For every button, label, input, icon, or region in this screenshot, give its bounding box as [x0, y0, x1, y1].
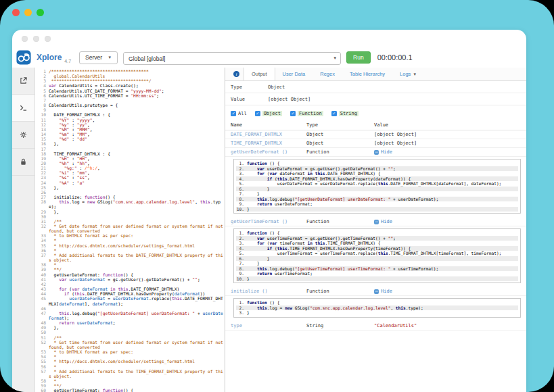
editor-line[interactable]: 58 *: [35, 378, 225, 383]
editor-line[interactable]: 1/**************************************: [35, 69, 225, 74]
checkbox-checked-icon[interactable]: ✓: [231, 111, 236, 116]
window-dot-icon[interactable]: [45, 36, 51, 42]
editor-line[interactable]: 7: [35, 98, 225, 103]
editor-line[interactable]: 29 },: [35, 210, 225, 214]
window-dot-icon[interactable]: [33, 36, 39, 42]
property-name-link[interactable]: DATE_FORMAT_DHTMLX: [231, 132, 306, 137]
editor-line[interactable]: 3 **************************************…: [35, 78, 225, 83]
hide-link[interactable]: –Hide: [374, 219, 392, 224]
editor-line[interactable]: 14 "%m" : "MM",: [35, 132, 225, 137]
editor-line[interactable]: 20 "%h" : "hh",: [35, 161, 225, 166]
editor-line[interactable]: 60 getUserTimeFormat: function() {: [35, 388, 225, 392]
editor-line[interactable]: 53 * to DHTMLX format as per spec:: [35, 349, 225, 354]
line-number: 24: [35, 180, 49, 185]
property-name-link[interactable]: getUserDateFormat (): [231, 149, 306, 155]
editor-line[interactable]: 42: [35, 282, 225, 287]
editor-line[interactable]: 9: [35, 107, 225, 112]
editor-line[interactable]: 36 *: [35, 248, 225, 253]
editor-line[interactable]: 21 "%g:" : /^h:/,: [35, 166, 225, 170]
editor-line[interactable]: 5CalendarUtils.UTC_DATE_FORMAT = "yyyy-M…: [35, 89, 225, 93]
editor-line[interactable]: 12 "%y" : "yy",: [35, 122, 225, 127]
filter-object[interactable]: ✓Object: [255, 111, 282, 116]
tab-regex[interactable]: Regex: [313, 68, 342, 80]
editor-line[interactable]: 13 "%M" : "MMM",: [35, 127, 225, 132]
editor-line[interactable]: 43 for (var dateFormat in this.DATE_FORM…: [35, 287, 225, 291]
filter-all[interactable]: ✓All: [231, 111, 247, 116]
editor-line[interactable]: 24 "%A" : "a": [35, 180, 225, 185]
editor-line[interactable]: 46: [35, 306, 225, 311]
tab-table-hierarchy[interactable]: Table Hierarchy: [342, 68, 392, 80]
editor-line[interactable]: 40 getUserDateFormat: function() {: [35, 272, 225, 277]
editor-line[interactable]: 27 initialize: function() {: [35, 195, 225, 199]
property-name-link[interactable]: getUserTimeFormat (): [231, 219, 306, 224]
editor-line[interactable]: 56 *: [35, 364, 225, 369]
editor-line[interactable]: 15 "%d" : "dd": [35, 137, 225, 141]
code-editor[interactable]: 1/**************************************…: [35, 68, 225, 392]
filter-string[interactable]: ✓String: [331, 111, 359, 116]
maximize-window-button[interactable]: [37, 9, 44, 16]
close-window-button[interactable]: [12, 9, 20, 16]
editor-line[interactable]: 41 var userDateFormat = gs.getUser().get…: [35, 277, 225, 282]
editor-line[interactable]: 26: [35, 190, 225, 195]
line-number: 1: [35, 69, 49, 74]
editor-line[interactable]: 10 DATE_FORMAT_DHTMLX : {: [35, 112, 225, 117]
hide-link[interactable]: –Hide: [374, 289, 392, 294]
editor-line[interactable]: 19 "%H" : "HH",: [35, 156, 225, 161]
minimize-window-button[interactable]: [24, 9, 32, 16]
editor-line[interactable]: 18 TIME_FORMAT_DHTMLX : {: [35, 151, 225, 156]
checkbox-checked-icon[interactable]: ✓: [255, 111, 260, 116]
property-name-link[interactable]: type: [231, 323, 306, 328]
property-name-link[interactable]: TIME_FORMAT_DHTMLX: [231, 141, 306, 146]
editor-line[interactable]: 51 /**: [35, 335, 225, 340]
editor-line[interactable]: 2 global.CalendarUtils: [35, 74, 225, 78]
editor-line[interactable]: 4var CalendarUtils = Class.create();: [35, 83, 225, 88]
editor-line[interactable]: 47 this.log.debug("[getUserDateFormat] u…: [35, 311, 225, 320]
table-row: typeString"CalendarUtils": [225, 322, 526, 330]
editor-line[interactable]: 44 if (this.DATE_FORMAT_DHTMLX.hasOwnPro…: [35, 291, 225, 296]
editor-line[interactable]: 6CalendarUtils.UTC_TIME_FORMAT = "HH:mm:…: [35, 93, 225, 98]
editor-line[interactable]: 49 },: [35, 325, 225, 330]
editor-line[interactable]: 34 *: [35, 238, 225, 243]
editor-line[interactable]: 32 * Get date format from user defined f…: [35, 224, 225, 233]
editor-line[interactable]: 28 this.log = new GSLog("com.snc.app.cal…: [35, 199, 225, 209]
editor-line[interactable]: 52 * Get time format from user defined f…: [35, 340, 225, 349]
editor-line[interactable]: 45 userDateFormat = userDateFormat.repla…: [35, 296, 225, 305]
editor-line[interactable]: 25 },: [35, 185, 225, 190]
info-icon[interactable]: i: [233, 71, 239, 77]
sidebar-item-open-in-new[interactable]: [12, 68, 34, 95]
sidebar-item-lock[interactable]: [12, 149, 34, 176]
editor-line[interactable]: 38 *: [35, 262, 225, 267]
editor-line[interactable]: 30: [35, 214, 225, 219]
checkbox-checked-icon[interactable]: ✓: [290, 111, 296, 116]
property-name-link[interactable]: initialize (): [231, 289, 306, 294]
run-button[interactable]: Run: [346, 51, 371, 64]
editor-line[interactable]: 17: [35, 147, 225, 151]
filter-function[interactable]: ✓Function: [290, 111, 323, 116]
tab-user-data[interactable]: User Data: [275, 68, 313, 80]
editor-line[interactable]: 48 return userDateFormat;: [35, 320, 225, 325]
editor-line[interactable]: 11 "%Y" : "yyyy",: [35, 118, 225, 122]
editor-line[interactable]: 50: [35, 330, 225, 335]
editor-line[interactable]: 33 * to DHTMLX format as per spec:: [35, 233, 225, 238]
tab-output[interactable]: Output: [244, 68, 275, 80]
scope-query-input[interactable]: [123, 52, 341, 65]
editor-line[interactable]: 16 },: [35, 141, 225, 146]
window-dot-icon[interactable]: [22, 36, 28, 42]
editor-line[interactable]: 8CalendarUtils.prototype = {: [35, 103, 225, 107]
editor-line[interactable]: 39 **/: [35, 267, 225, 272]
editor-line[interactable]: 37 * Add additional formats to the DATE_…: [35, 253, 225, 262]
editor-line[interactable]: 22 "%i" : "mm",: [35, 170, 225, 175]
hide-link[interactable]: –Hide: [374, 149, 392, 155]
server-scope-select[interactable]: Server ▼: [79, 51, 118, 64]
tab-logs[interactable]: Logs▼: [392, 68, 424, 80]
editor-line[interactable]: 59 **/: [35, 383, 225, 388]
sidebar-item-terminal[interactable]: [12, 95, 34, 122]
sidebar-item-gear[interactable]: [12, 122, 34, 149]
editor-line[interactable]: 35 * http://docs.dhtmlx.com/scheduler/se…: [35, 243, 225, 248]
editor-line[interactable]: 57 * Add additional formats to the TIME_…: [35, 369, 225, 378]
editor-line[interactable]: 54 *: [35, 354, 225, 359]
checkbox-checked-icon[interactable]: ✓: [331, 111, 337, 116]
editor-line[interactable]: 31 /**: [35, 219, 225, 224]
editor-line[interactable]: 55 * http://docs.dhtmlx.com/scheduler/se…: [35, 359, 225, 364]
editor-line[interactable]: 23 "%s" : "ss",: [35, 175, 225, 180]
